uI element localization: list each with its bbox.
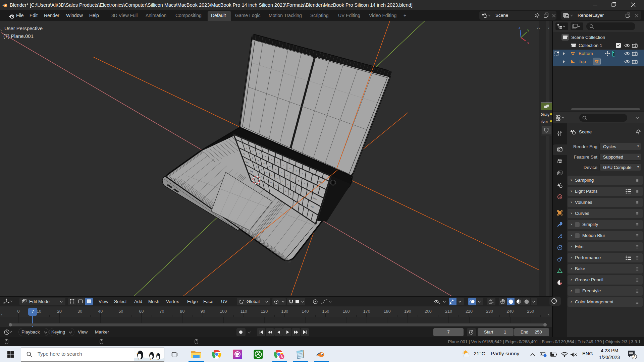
svg-text:2: 2 bbox=[633, 355, 635, 359]
svg-text:A: A bbox=[280, 355, 283, 359]
svg-text:x: x bbox=[527, 41, 529, 45]
svg-text:y: y bbox=[527, 28, 529, 32]
svg-text:z: z bbox=[519, 25, 521, 29]
